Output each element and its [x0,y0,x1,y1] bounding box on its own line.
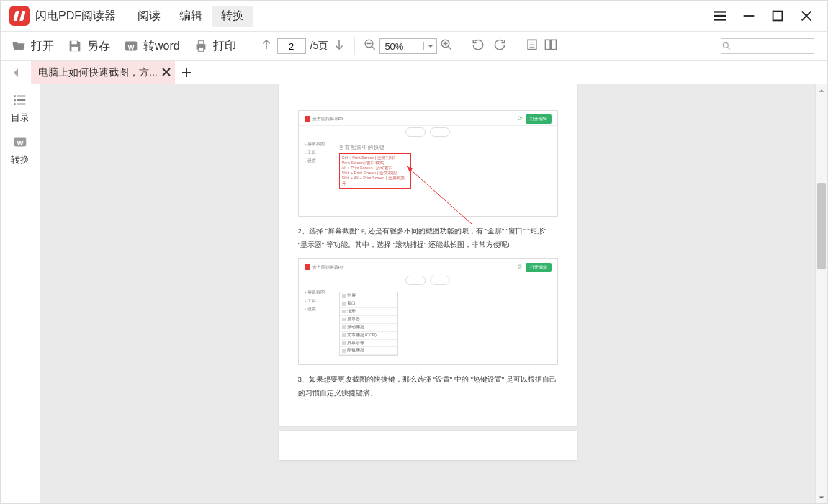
zoom-controls: 50% [364,38,453,54]
pdf-page-next [279,431,577,460]
view-mode-controls [525,37,558,55]
to-word-label: 转word [143,39,180,54]
toc-icon [12,91,29,109]
svg-rect-12 [198,41,203,45]
save-icon [67,38,83,54]
rotate-right-icon[interactable] [492,37,507,55]
scroll-thumb[interactable] [817,183,826,269]
pdf-page: 金方圆始屏幕PX ⟳ 打开编辑 屏幕截图 工具 设 [279,84,577,426]
zoom-select[interactable]: 50% [379,38,437,54]
printer-icon [193,38,209,54]
svg-text:W: W [128,44,135,51]
scroll-up-icon[interactable] [816,84,827,96]
page-nav: /5页 [260,38,346,54]
toolbar: 打开 另存 W 转word 打印 /5页 50% [1,31,827,61]
svg-rect-7 [71,41,76,45]
vertical-scrollbar[interactable] [815,84,827,503]
maximize-icon[interactable] [767,5,788,27]
document-tab[interactable]: 电脑上如何快速截图，方... [31,61,175,84]
new-tab-icon[interactable] [175,61,198,84]
convert-icon: W [12,133,29,150]
print-button[interactable]: 打印 [187,35,242,57]
svg-line-15 [372,46,376,50]
separator [462,37,462,55]
svg-rect-25 [546,40,551,49]
folder-open-icon [11,38,27,54]
scroll-track[interactable] [816,96,827,491]
sidebar-item-toc[interactable]: 目录 [11,91,30,125]
word-icon: W [123,38,139,54]
separator [251,37,251,55]
embedded-screenshot: 金方圆始屏幕PX ⟳ 打开编辑 屏幕截图 工具 设 [298,258,558,365]
caption-3: 3、如果想要更改截图的快捷键，那么选择 "设置" 中的 "热键设置" 是可以根据… [298,372,558,400]
svg-point-27 [723,42,728,48]
sidebar-item-convert[interactable]: W 转换 [11,133,30,166]
sidebar-toc-label: 目录 [11,112,30,125]
svg-point-38 [14,104,15,104]
left-sidebar: 目录 W 转换 [1,84,40,503]
page-total-label: /5页 [310,40,329,53]
prev-page-icon[interactable] [260,38,273,54]
chevron-down-icon [423,42,436,50]
page-number-input[interactable] [277,38,306,54]
next-page-icon[interactable] [333,38,346,54]
search-box[interactable] [721,38,814,54]
svg-rect-13 [198,48,203,52]
svg-text:W: W [17,140,24,147]
sidebar-convert-label: 转换 [11,153,30,166]
single-page-icon[interactable] [525,37,539,55]
rotate-controls [471,37,507,55]
svg-point-37 [14,100,15,101]
pdf-viewer[interactable]: 金方圆始屏幕PX ⟳ 打开编辑 屏幕截图 工具 设 [40,84,815,503]
svg-rect-26 [552,40,557,49]
svg-marker-42 [407,166,413,172]
save-as-label: 另存 [87,39,110,54]
rotate-left-icon[interactable] [471,37,485,55]
svg-line-41 [407,166,472,224]
app-logo [9,6,30,26]
print-label: 打印 [213,39,236,54]
svg-line-18 [449,46,452,50]
mode-tab-convert[interactable]: 转换 [212,6,253,27]
title-bar: 闪电PDF阅读器 阅读 编辑 转换 [1,1,827,31]
separator [516,37,516,55]
zoom-in-icon[interactable] [440,38,453,54]
embedded-screenshot: 金方圆始屏幕PX ⟳ 打开编辑 屏幕截图 工具 设 [298,110,558,217]
separator [354,37,355,55]
zoom-out-icon[interactable] [364,38,377,54]
search-icon [721,41,732,51]
menu-icon[interactable] [709,5,731,27]
tab-close-icon[interactable] [162,67,171,78]
svg-rect-4 [773,12,783,21]
to-word-button[interactable]: W 转word [117,35,186,57]
close-icon[interactable] [796,5,817,27]
open-label: 打开 [31,39,54,54]
mode-tab-read[interactable]: 阅读 [129,6,169,27]
app-title: 闪电PDF阅读器 [35,9,116,24]
body: 目录 W 转换 金方圆始屏幕PX ⟳ 打开编辑 [1,84,827,503]
svg-line-28 [728,48,730,50]
document-tab-label: 电脑上如何快速截图，方... [38,66,158,79]
document-tabstrip: 电脑上如何快速截图，方... [1,61,827,84]
open-button[interactable]: 打开 [5,35,60,57]
save-as-button[interactable]: 另存 [61,35,116,57]
scroll-down-icon[interactable] [816,491,827,503]
window-controls [709,5,823,27]
tab-scroll-left-icon[interactable] [1,61,31,84]
two-page-icon[interactable] [544,37,558,55]
zoom-value: 50% [380,41,423,52]
mode-tabs: 阅读 编辑 转换 [129,6,253,27]
minimize-icon[interactable] [738,5,760,27]
svg-point-36 [14,96,15,96]
mode-tab-edit[interactable]: 编辑 [171,6,211,27]
svg-rect-8 [71,47,78,51]
search-input[interactable] [732,41,828,51]
